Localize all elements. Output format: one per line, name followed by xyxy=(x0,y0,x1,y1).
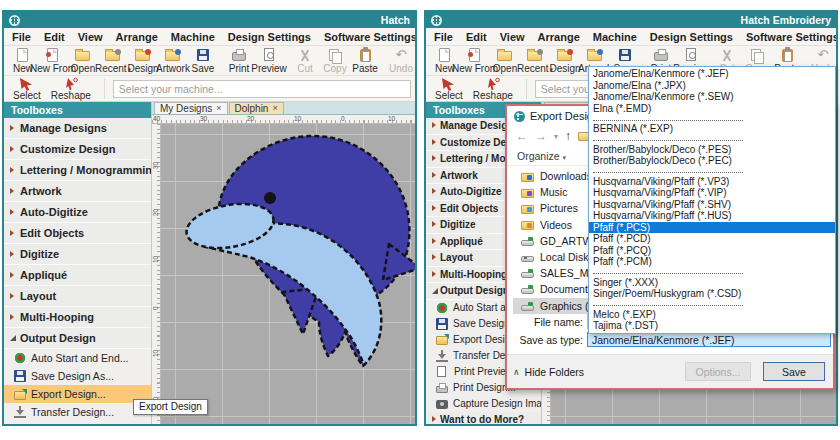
design-button[interactable]: Design xyxy=(550,47,580,75)
reshape-tool[interactable]: Reshape xyxy=(46,77,96,101)
save-as-type-combo[interactable]: Janome/Elna/Kenmore (*.JEF) xyxy=(587,332,831,347)
recent-button[interactable]: Recent▾ xyxy=(520,47,550,75)
format-option[interactable] xyxy=(589,268,835,277)
preview-button[interactable]: Preview xyxy=(254,47,284,75)
toolbox-section[interactable]: Customize Design xyxy=(4,139,151,160)
tab-dolphin[interactable]: Dolphin× xyxy=(229,102,284,114)
format-option[interactable]: Singer/Poem/Huskygram (*.CSD) xyxy=(589,288,835,300)
format-option[interactable]: Pfaff (*.PCQ) xyxy=(589,245,835,257)
artwork-button[interactable]: Artwork xyxy=(158,47,188,75)
history-caret-icon[interactable]: ▾ xyxy=(554,132,558,141)
format-option[interactable] xyxy=(589,114,835,123)
recent-button[interactable]: Recent▾ xyxy=(98,47,128,75)
toolbox-section[interactable]: Edit Objects xyxy=(4,223,151,244)
new-from-button[interactable]: New From xyxy=(38,47,68,75)
output-design-item[interactable]: Auto Start and End... xyxy=(4,349,151,367)
paste-button[interactable]: Paste xyxy=(350,47,380,75)
dialog-footer: ∧ Hide Folders Options... Save xyxy=(507,354,833,388)
menu-item[interactable]: Arrange xyxy=(538,31,580,43)
save-button[interactable]: Save xyxy=(188,47,218,75)
design-button[interactable]: Design xyxy=(128,47,158,75)
menu-item[interactable]: View xyxy=(78,31,103,43)
menu-item[interactable]: File xyxy=(12,31,31,43)
toolbox-section[interactable]: Layout xyxy=(4,286,151,307)
toolbox-section[interactable]: Lettering / Monogramming xyxy=(4,160,151,181)
back-arrow-icon[interactable]: ← xyxy=(516,129,528,143)
open-button[interactable]: Open xyxy=(490,47,520,75)
format-option[interactable]: Janome/Elna/Kenmore (*.JEF) xyxy=(589,68,835,80)
horizontal-ruler: 4030201001020 xyxy=(152,115,415,124)
toolbox-section[interactable]: Multi-Hooping xyxy=(4,307,151,328)
close-icon[interactable]: × xyxy=(272,104,277,113)
toolbox-section[interactable]: Auto-Digitize xyxy=(4,202,151,223)
tab-my-designs[interactable]: My Designs× xyxy=(154,102,228,114)
new-from-button[interactable]: New From xyxy=(460,47,490,75)
hatch-app-icon xyxy=(514,111,525,122)
machine-select-input[interactable] xyxy=(113,80,411,98)
forward-arrow-icon[interactable]: → xyxy=(535,129,547,143)
select-tool[interactable]: Select xyxy=(8,77,46,101)
format-option[interactable]: Janome/Elna (*.JPX) xyxy=(589,80,835,92)
hide-folders-button[interactable]: ∧ Hide Folders xyxy=(513,366,584,378)
format-option[interactable]: Brother/Babylock/Deco (*.PEC) xyxy=(589,155,835,167)
copy-button[interactable]: Copy xyxy=(320,47,350,75)
format-option[interactable]: Pfaff (*.PCM) xyxy=(589,256,835,268)
output-design-item[interactable]: Transfer Design... xyxy=(4,403,151,421)
format-option[interactable]: Elna (*.EMD) xyxy=(589,103,835,115)
format-option[interactable] xyxy=(589,167,835,176)
format-option[interactable] xyxy=(589,300,835,309)
up-arrow-icon[interactable]: ↑ xyxy=(565,129,571,143)
format-option[interactable]: BERNINA (*.EXP) xyxy=(589,123,835,135)
open-button[interactable]: Open xyxy=(68,47,98,75)
format-option[interactable]: Husqvarna/Viking/Pfaff (*.SHV) xyxy=(589,199,835,211)
format-option[interactable]: Brother/Babylock/Deco (*.PES) xyxy=(589,144,835,156)
format-option[interactable]: Janome/Elna/Kenmore (*.SEW) xyxy=(589,91,835,103)
output-design-item[interactable]: Capture Design Image... xyxy=(426,396,541,412)
format-option[interactable]: Husqvarna/Viking/Pfaff (*.HUS) xyxy=(589,210,835,222)
menu-item[interactable]: Machine xyxy=(171,31,215,43)
output-design-item[interactable]: Print Preview... xyxy=(4,421,151,424)
format-option[interactable]: Pfaff (*.PCD) xyxy=(589,233,835,245)
menu-item[interactable]: Design Settings xyxy=(228,31,311,43)
format-option[interactable]: Singer (*.XXX) xyxy=(589,277,835,289)
titlebar[interactable]: Hatch xyxy=(4,12,415,28)
output-design-item[interactable]: Export Design... xyxy=(4,385,151,403)
toolbox-section-output-design[interactable]: Output Design xyxy=(4,328,151,349)
output-design-item[interactable]: Save Design As... xyxy=(4,367,151,385)
format-option[interactable]: Husqvarna/Viking/Pfaff (*.VIP) xyxy=(589,187,835,199)
format-option[interactable] xyxy=(589,135,835,144)
menu-item[interactable]: Software Settings xyxy=(746,31,838,43)
menu-item[interactable]: Design Settings xyxy=(650,31,733,43)
reshape-tool[interactable]: Reshape xyxy=(468,77,518,101)
design-canvas[interactable] xyxy=(161,124,415,424)
menu-item[interactable]: Edit xyxy=(44,31,65,43)
toolbox-section[interactable]: Artwork xyxy=(4,181,151,202)
titlebar[interactable]: Hatch Embroidery xyxy=(426,12,836,28)
cut-button[interactable]: Cut xyxy=(290,47,320,75)
close-icon[interactable]: × xyxy=(216,104,221,113)
options-button[interactable]: Options... xyxy=(685,362,751,381)
format-option[interactable]: Melco (*.EXP) xyxy=(589,309,835,321)
paste-icon xyxy=(356,48,374,63)
select-tool[interactable]: Select xyxy=(430,77,468,101)
organize-menu[interactable]: Organize▾ xyxy=(517,150,566,162)
toolbox-section[interactable]: Appliqué xyxy=(4,265,151,286)
menu-item[interactable]: View xyxy=(500,31,525,43)
menu-item[interactable]: File xyxy=(434,31,453,43)
format-option[interactable]: Pfaff (*.PCS) xyxy=(589,222,835,234)
format-option[interactable]: Husqvarna/Viking/Pfaff (*.VP3) xyxy=(589,176,835,188)
print-button[interactable]: Print xyxy=(224,47,254,75)
menu-item[interactable]: Machine xyxy=(593,31,637,43)
toolbox-section[interactable]: Digitize xyxy=(4,244,151,265)
undo-button[interactable]: ↶Undo xyxy=(386,47,415,75)
format-option[interactable]: Tajima (*.DST) xyxy=(589,320,835,332)
menu-item[interactable]: Edit xyxy=(466,31,487,43)
toolbox-section-more[interactable]: Want to do More? xyxy=(426,412,541,425)
save-as-icon xyxy=(436,318,448,330)
dialog-save-button[interactable]: Save xyxy=(763,362,825,381)
transfer-icon xyxy=(436,350,448,362)
menu-item[interactable]: Arrange xyxy=(116,31,158,43)
menu-item[interactable]: Software Settings xyxy=(324,31,417,43)
window-title: Hatch xyxy=(381,14,410,26)
toolbox-section[interactable]: Manage Designs xyxy=(4,118,151,139)
